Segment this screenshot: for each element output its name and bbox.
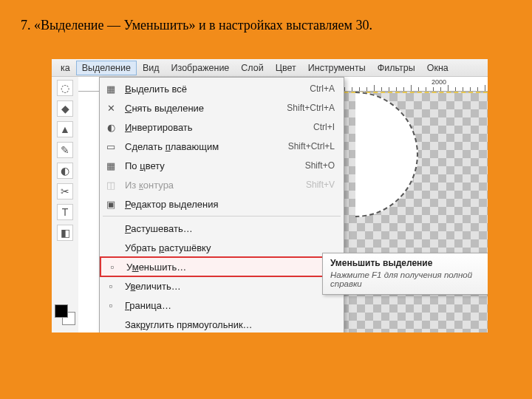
menu-item[interactable]: ◐ИнвертироватьCtrl+I (100, 117, 344, 137)
menu-item-label: Закруглить прямоугольник… (125, 319, 329, 330)
menu-item-icon: ◫ (103, 180, 119, 191)
menu-item-shortcut: Shift+V (306, 180, 335, 190)
menu-item[interactable]: Растушевать… (100, 219, 344, 238)
menu-item-icon: ▫ (103, 300, 119, 311)
menu-item-label: Убрать растушёвку (125, 242, 329, 253)
menu-item: ◫Из контураShift+V (100, 175, 344, 194)
menu-item[interactable]: Закруглить прямоугольник… (100, 315, 344, 332)
menu-item[interactable]: ▣Редактор выделения (100, 194, 344, 214)
menu-item-shortcut: Shift+O (305, 160, 335, 171)
menu-item-icon: ✕ (103, 103, 119, 114)
menu-item[interactable]: Убрать растушёвку (100, 238, 344, 257)
menu-item[interactable]: ▫Граница… (100, 296, 344, 315)
menu-item-icon: ◐ (103, 122, 119, 133)
menu-item-filters[interactable]: Фильтры (372, 61, 421, 75)
menu-separator (103, 216, 341, 216)
tooltip-subtitle: Нажмите F1 для получения полной справки (330, 270, 488, 288)
menu-item-tools[interactable]: Инструменты (302, 61, 372, 75)
workarea: ◌ ◆ ▲ ✎ ◐ ✂ T ◧ 2000 ▦Выделить всёCtrl+A… (52, 77, 488, 332)
tool-icon[interactable]: ◧ (57, 225, 73, 241)
menu-item-label: Снять выделение (125, 103, 281, 114)
swatch-foreground[interactable] (55, 304, 68, 318)
menu-item-shortcut: Shift+Ctrl+L (288, 141, 335, 151)
tool-icon[interactable]: ✎ (57, 142, 73, 158)
menu-item-image[interactable]: Изображение (166, 61, 236, 75)
menu-item-label: Выделить всё (125, 83, 304, 95)
tooltip-title: Уменьшить выделение (330, 258, 488, 268)
menu-item-icon: ▦ (103, 160, 119, 171)
menu-item-selection[interactable]: Выделение (76, 61, 137, 75)
menu-item-label: Граница… (125, 300, 329, 311)
tool-icon[interactable]: ◐ (57, 163, 73, 179)
menu-item-icon: ▫ (104, 262, 120, 273)
menubar: ка Выделение Вид Изображение Слой Цвет И… (52, 59, 488, 77)
menu-item-icon: ▫ (103, 281, 119, 292)
menu-item[interactable]: ▫Уменьшить… (100, 256, 344, 277)
menu-item[interactable]: ✕Снять выделениеShift+Ctrl+A (100, 98, 344, 117)
menu-item[interactable]: ▫Увеличить… (100, 276, 344, 296)
tool-icon[interactable]: ▲ (57, 121, 73, 137)
tool-icon[interactable]: ◌ (57, 80, 73, 96)
menu-item-shortcut: Ctrl+A (310, 83, 335, 94)
menu-item-label: Сделать плавающим (125, 141, 282, 152)
menu-item-shortcut: Ctrl+I (313, 122, 335, 132)
menu-item-icon: ▭ (103, 141, 119, 152)
tool-icon[interactable]: ◆ (57, 100, 73, 117)
menu-item-label: Уменьшить… (126, 262, 327, 273)
tool-icon[interactable]: T (57, 204, 73, 220)
color-swatches[interactable] (55, 304, 75, 325)
menu-item-label: Инвертировать (125, 122, 307, 133)
menu-item-label: Редактор выделения (125, 199, 329, 210)
menu-item[interactable]: ▦Выделить всёCtrl+A (100, 79, 344, 98)
tool-icon[interactable]: ✂ (57, 183, 73, 200)
menu-item-icon: ▦ (103, 83, 119, 95)
menu-item-label: Из контура (125, 180, 300, 191)
menu-item-partial[interactable]: ка (55, 61, 76, 75)
toolbox: ◌ ◆ ▲ ✎ ◐ ✂ T ◧ (52, 77, 78, 332)
selection-menu-dropdown: ▦Выделить всёCtrl+A✕Снять выделениеShift… (99, 77, 344, 332)
menu-item-windows[interactable]: Окна (421, 61, 454, 75)
instruction-caption: 7. «Выделение — Уменьшить» и в настройка… (21, 18, 372, 33)
menu-item[interactable]: ▭Сделать плавающимShift+Ctrl+L (100, 137, 344, 156)
menu-item-icon: ▣ (103, 199, 119, 210)
menu-item[interactable]: ▦По цветуShift+O (100, 156, 344, 175)
menu-item-view[interactable]: Вид (137, 61, 166, 75)
canvas-area: 2000 ▦Выделить всёCtrl+A✕Снять выделение… (78, 77, 488, 332)
menu-item-label: Увеличить… (125, 281, 329, 292)
menu-item-color[interactable]: Цвет (270, 61, 302, 75)
menu-item-shortcut: Shift+Ctrl+A (287, 103, 335, 113)
menu-item-label: По цвету (125, 160, 299, 171)
menu-item-layer[interactable]: Слой (235, 61, 269, 75)
menu-item-label: Растушевать… (125, 223, 329, 234)
tooltip: Уменьшить выделение Нажмите F1 для получ… (322, 253, 488, 295)
screenshot-region: ка Выделение Вид Изображение Слой Цвет И… (52, 59, 488, 332)
